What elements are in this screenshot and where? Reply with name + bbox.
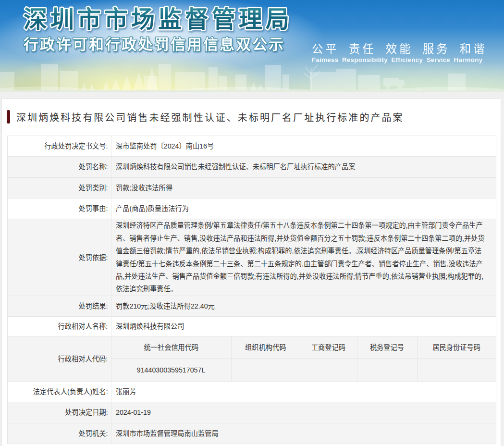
svg-text:深圳市市场监督管理局: 深圳市市场监督管理局 [24,6,293,32]
svg-text:公平 责任 效能 服务 和谐: 公平 责任 效能 服务 和谐 [312,43,487,55]
svg-text:Faimess Responsibility Effic: Faimess Responsibility Efficiency Servic… [312,56,483,63]
svg-text:行政许可和行政处罚信用信息双公示: 行政许可和行政处罚信用信息双公示 [23,36,285,53]
